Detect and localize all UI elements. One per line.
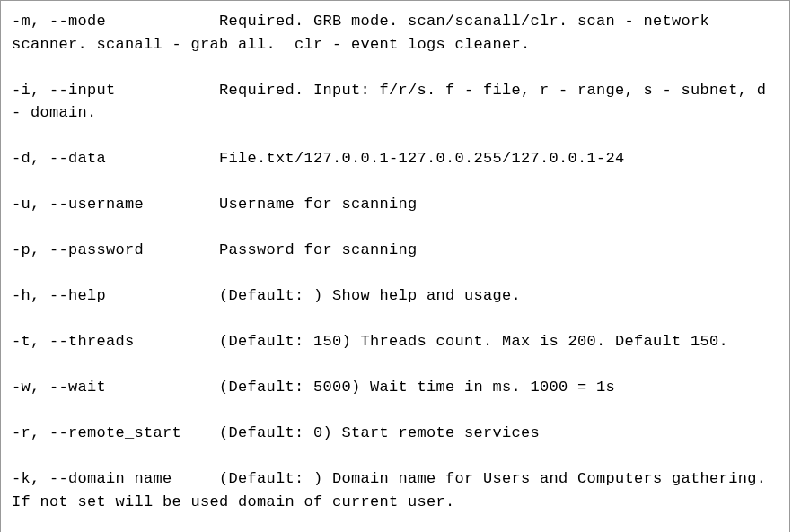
option-password: -p, --password Password for scanning: [12, 239, 779, 262]
option-remote-start: -r, --remote_start (Default: 0) Start re…: [12, 422, 779, 445]
blank-line: [12, 353, 779, 377]
option-input: -i, --input Required. Input: f/r/s. f - …: [12, 79, 779, 125]
option-username: -u, --username Username for scanning: [12, 193, 779, 216]
blank-line: [12, 308, 779, 331]
option-data: -d, --data File.txt/127.0.0.1-127.0.0.25…: [12, 147, 779, 170]
blank-line: [12, 445, 779, 468]
option-threads: -t, --threads (Default: 150) Threads cou…: [12, 330, 779, 353]
option-help-flag: -h, --help (Default: ) Show help and usa…: [12, 284, 779, 308]
blank-line: [12, 513, 779, 532]
option-mode: -m, --mode Required. GRB mode. scan/scan…: [12, 10, 779, 56]
blank-line: [12, 216, 779, 240]
option-wait: -w, --wait (Default: 5000) Wait time in …: [12, 376, 779, 399]
blank-line: [12, 262, 779, 285]
cli-help-output: -m, --mode Required. GRB mode. scan/scan…: [0, 0, 790, 532]
blank-line: [12, 170, 779, 194]
option-domain-name: -k, --domain_name (Default: ) Domain nam…: [12, 467, 779, 513]
blank-line: [12, 56, 779, 79]
blank-line: [12, 125, 779, 148]
blank-line: [12, 399, 779, 423]
